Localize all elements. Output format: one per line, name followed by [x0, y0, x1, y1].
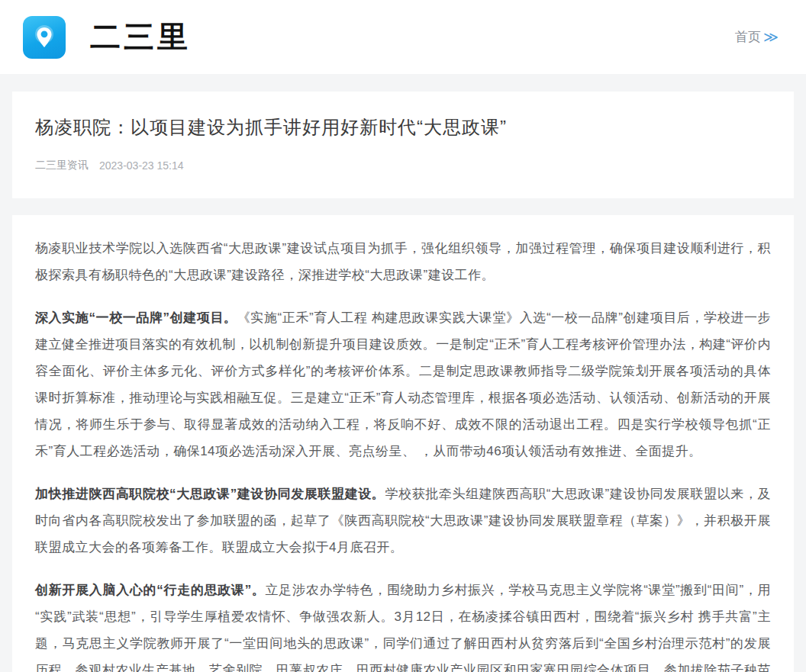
double-chevron-right-icon: ≫: [763, 28, 779, 46]
site-header: 二三里 首页 ≫: [0, 0, 806, 74]
article-paragraph-2: 深入实施“一校一品牌”创建项目。《实施“正禾”育人工程 构建思政课实践大课堂》入…: [35, 304, 771, 465]
article-title-card: 杨凌职院：以项目建设为抓手讲好用好新时代“大思政课” 二三里资讯 2023-03…: [12, 92, 794, 198]
paragraph-text: 《实施“正禾”育人工程 构建思政课实践大课堂》入选“一校一品牌”创建项目后，学校…: [35, 310, 771, 458]
article-timestamp: 2023-03-23 15:14: [99, 159, 184, 172]
article-body-card: 杨凌职业技术学院以入选陕西省“大思政课”建设试点项目为抓手，强化组织领导，加强过…: [12, 215, 794, 672]
article-title: 杨凌职院：以项目建设为抓手讲好用好新时代“大思政课”: [35, 114, 771, 140]
nav-home-label[interactable]: 首页: [735, 28, 761, 46]
paragraph-lead: 创新开展入脑入心的“行走的思政课”。: [35, 583, 266, 597]
article-source: 二三里资讯: [35, 159, 89, 172]
paragraph-text: 杨凌职业技术学院以入选陕西省“大思政课”建设试点项目为抓手，强化组织领导，加强过…: [35, 241, 771, 282]
location-pin-icon: [29, 22, 60, 53]
ersanli-logo[interactable]: [23, 16, 66, 59]
article-paragraph-4: 创新开展入脑入心的“行走的思政课”。立足涉农办学特色，围绕助力乡村振兴，学校马克…: [35, 577, 771, 672]
paragraph-lead: 加快推进陕西高职院校“大思政课”建设协同发展联盟建设。: [35, 487, 385, 501]
article-paragraph-1: 杨凌职业技术学院以入选陕西省“大思政课”建设试点项目为抓手，强化组织领导，加强过…: [35, 235, 771, 288]
paragraph-lead: 深入实施“一校一品牌”创建项目。: [35, 310, 237, 325]
brand-title: 二三里: [90, 16, 191, 58]
nav-home-link[interactable]: 首页 ≫: [735, 28, 779, 46]
article-byline: 二三里资讯 2023-03-23 15:14: [35, 159, 771, 172]
article-paragraph-3: 加快推进陕西高职院校“大思政课”建设协同发展联盟建设。学校获批牵头组建陕西高职“…: [35, 481, 771, 561]
